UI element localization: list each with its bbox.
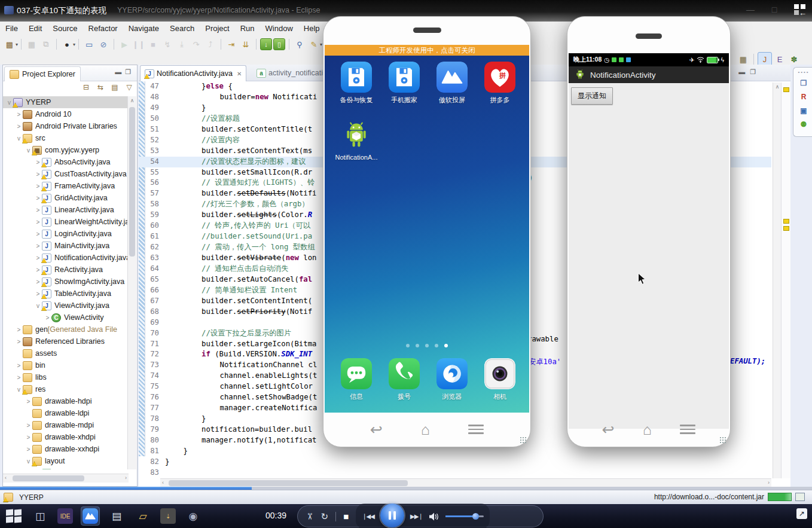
expand-arrow[interactable]: >	[25, 446, 32, 453]
dev-notice-bar[interactable]: 工程师开发使用中，点击可关闭	[325, 45, 529, 56]
expand-arrow[interactable]: >	[34, 219, 42, 225]
stop-button[interactable]: ■	[343, 511, 349, 521]
collapse-arrow[interactable]: v	[15, 386, 23, 393]
expand-arrow[interactable]: >	[34, 207, 42, 213]
loop-icon[interactable]: ↻	[321, 511, 329, 522]
expand-arrow[interactable]: >	[25, 434, 32, 441]
expand-arrow[interactable]: >	[44, 315, 51, 321]
editor-horizontal-scrollbar[interactable]: ‹ ›	[160, 478, 771, 487]
tree-item-showimgactivity-java[interactable]: >JShowImgActivity.java	[3, 276, 127, 288]
tree-item-android-private-libraries[interactable]: >Android Private Libraries	[3, 120, 127, 132]
overview-ruler[interactable]	[781, 83, 790, 478]
editor-vertical-scrollbar[interactable]: ∧	[773, 83, 782, 478]
emulator-window-1[interactable]: 工程师开发使用中，点击可关闭 备份与恢复手机搬家傲软投屏拼拼多多Notifica…	[323, 16, 531, 447]
android-sdk-manager-button[interactable]: ↓	[260, 38, 272, 50]
tree-item-linearweightactivity-java[interactable]: >JLinearWeightActivity.java	[3, 216, 127, 228]
resize-grip[interactable]	[520, 437, 526, 443]
expand-arrow[interactable]: >	[15, 123, 23, 130]
menu-navigate[interactable]: Navigate	[123, 24, 164, 33]
expand-player-button[interactable]: ↗	[796, 508, 807, 519]
menu-project[interactable]: Project	[200, 24, 234, 33]
background-jobs-icon[interactable]	[795, 493, 805, 501]
recents-menu-button[interactable]	[680, 425, 695, 434]
tree-item-drawable-hdpi[interactable]: >drawable-hdpi	[3, 395, 127, 407]
emulator-window-2[interactable]: 晚上11:08 ◷ ✈ ϟ No	[567, 16, 731, 447]
expand-arrow[interactable]: >	[34, 279, 42, 285]
tree-item-mainactivity-java[interactable]: >JMainActivity.java	[3, 240, 127, 252]
scissors-icon[interactable]: ✂	[304, 512, 315, 520]
tree-item-linearactivity-java[interactable]: >JLinearActivity.java	[3, 204, 127, 216]
menu-refactor[interactable]: Refactor	[83, 24, 123, 33]
tree-item-res[interactable]: vres	[3, 383, 127, 395]
robot-app-icon[interactable]	[341, 120, 372, 151]
format-button[interactable]: ✎	[307, 38, 320, 51]
tree-item-gridactivity-java[interactable]: >JGridActivity.java	[3, 192, 127, 204]
perspective-javaee-button[interactable]: E	[773, 53, 786, 66]
tree-item-viewactivity[interactable]: >CViewActivity	[3, 312, 127, 323]
tree-item-android-10[interactable]: >Android 10	[3, 108, 127, 120]
home-button[interactable]: ⌂	[421, 422, 430, 437]
collapse-arrow[interactable]: v	[5, 99, 13, 106]
tree-item-custtoastactivity-java[interactable]: >JCustToastActivity.java	[3, 168, 127, 180]
start-button[interactable]	[5, 507, 23, 525]
resize-grip[interactable]	[719, 437, 726, 443]
explorer-minmax[interactable]: ▬❐	[115, 68, 135, 76]
show-notification-button[interactable]: 显示通知	[571, 87, 613, 105]
tree-item-bin[interactable]: >bin	[3, 359, 127, 371]
tree-item-assets[interactable]: assets	[3, 347, 127, 359]
tree-item-frameactivity-java[interactable]: >JFrameActivity.java	[3, 180, 127, 192]
collapse-arrow[interactable]: v	[25, 458, 32, 465]
skip-breakpoints-button[interactable]: ⊘	[97, 38, 110, 51]
floppy-app-icon[interactable]	[389, 62, 420, 93]
debug-perspective-button[interactable]: ✽	[787, 53, 801, 66]
console-view-icon[interactable]: ▣	[798, 105, 810, 116]
tree-item-tableactivity-java[interactable]: >JTableActivity.java	[3, 288, 127, 300]
next-button[interactable]: ▶▶❘	[410, 513, 423, 520]
app-robot[interactable]: NotificationA...	[335, 120, 378, 161]
avd-manager-button[interactable]: ▯	[273, 38, 285, 50]
open-console-button[interactable]: ▭	[83, 38, 96, 51]
home-button[interactable]: ⌂	[643, 422, 652, 437]
sms-app-icon[interactable]	[341, 358, 372, 389]
collapse-all-button[interactable]: ⊟	[81, 83, 91, 93]
expand-arrow[interactable]: >	[34, 159, 42, 166]
collapse-arrow[interactable]: v	[25, 147, 32, 154]
app-pdd[interactable]: 拼拼多多	[478, 62, 521, 105]
new-wizard-button-dropdown[interactable]: ▾	[16, 42, 18, 47]
tree-item-yyerp[interactable]: vYYERP	[3, 96, 127, 108]
expand-arrow[interactable]: >	[15, 338, 23, 345]
view-menu-button[interactable]: ▽	[124, 83, 135, 93]
explorer-horizontal-scrollbar[interactable]: ‹ ›	[3, 474, 129, 483]
collapse-arrow[interactable]: v	[15, 135, 23, 142]
expand-arrow[interactable]: >	[15, 326, 23, 333]
format-button-dropdown[interactable]: ▾	[320, 42, 322, 47]
expand-arrow[interactable]: >	[34, 291, 42, 297]
mirror-app-icon[interactable]	[436, 62, 468, 93]
expand-arrow[interactable]: >	[34, 195, 42, 202]
expand-arrow[interactable]: >	[15, 362, 23, 369]
emulator2-screen[interactable]: 晚上11:08 ◷ ✈ ϟ No	[569, 53, 729, 429]
tree-item-drawable-mdpi[interactable]: >drawable-mdpi	[3, 419, 127, 431]
camera-app-icon[interactable]	[484, 358, 515, 389]
user-account-button-dropdown[interactable]: ▾	[73, 42, 75, 47]
focus-button[interactable]: ▤	[109, 83, 120, 93]
collapse-arrow[interactable]: v	[34, 303, 42, 309]
taskview-icon[interactable]: ◫	[31, 507, 49, 525]
tree-item-viewactivity-java[interactable]: vJViewActivity.java	[3, 300, 127, 312]
minimize-button[interactable]: —	[745, 5, 756, 14]
menu-source[interactable]: Source	[47, 24, 83, 33]
tree-item-activity-abso-xml[interactable]: aactivity_abso.xml	[3, 467, 127, 469]
expand-arrow[interactable]: >	[34, 231, 42, 237]
expand-arrow[interactable]: >	[34, 267, 42, 273]
tree-item-src[interactable]: vsrc	[3, 132, 127, 144]
pdd-app-icon[interactable]: 拼	[484, 62, 515, 93]
floppy-app-icon[interactable]	[341, 62, 372, 93]
menu-window[interactable]: Window	[260, 24, 298, 33]
app-dialer[interactable]: 拨号	[383, 358, 426, 401]
tree-item-drawable-xhdpi[interactable]: >drawable-xhdpi	[3, 431, 127, 443]
emulator1-screen[interactable]: 工程师开发使用中，点击可关闭 备份与恢复手机搬家傲软投屏拼拼多多Notifica…	[325, 45, 529, 413]
next-annotation-button[interactable]: ⇊	[239, 38, 252, 51]
ddms-view-icon[interactable]: ⚉	[798, 119, 810, 130]
scroll-up-arrow[interactable]: ∧	[128, 97, 136, 103]
window-view-icon[interactable]: ❐	[798, 78, 810, 88]
